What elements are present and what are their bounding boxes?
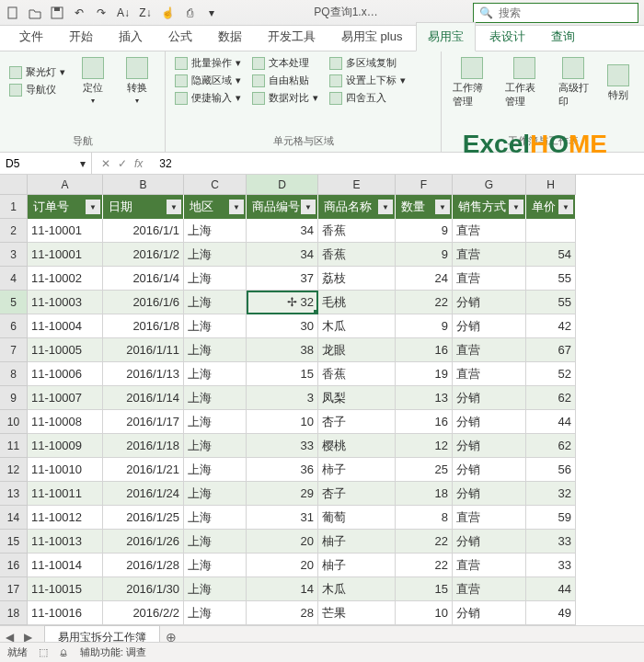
qat-dropdown-icon[interactable]: ▾ [204,6,219,20]
cell-G14[interactable]: 直营 [453,506,526,530]
cell-G8[interactable]: 直营 [453,362,526,386]
cell-F5[interactable]: 22 [396,291,453,314]
special-button[interactable]: 特别 [600,63,637,104]
cell-D16[interactable]: 20 [247,554,318,577]
tab-数据[interactable]: 数据 [206,22,254,51]
cell-H7[interactable]: 67 [526,338,576,362]
row-header-6[interactable]: 6 [0,314,28,338]
cell-B13[interactable]: 2016/1/24 [103,482,184,506]
cell-G11[interactable]: 分销 [453,434,526,458]
cell-B2[interactable]: 2016/1/1 [103,219,184,243]
navigator-button[interactable]: 导航仪 [7,82,67,97]
cell-C11[interactable]: 上海 [184,434,247,458]
cell-G9[interactable]: 分销 [453,386,526,410]
name-box-input[interactable] [6,157,80,170]
cell-D11[interactable]: 33 [247,434,318,458]
cell-D14[interactable]: 31 [247,506,318,530]
cell-E8[interactable]: 香蕉 [318,362,396,386]
cell-G3[interactable]: 直营 [453,243,526,267]
cell-C12[interactable]: 上海 [184,458,247,482]
cell-H14[interactable]: 59 [526,506,576,530]
cell-C18[interactable]: 上海 [184,601,247,625]
cell-C9[interactable]: 上海 [184,386,247,410]
row-header-13[interactable]: 13 [0,482,28,506]
spotlight-button[interactable]: 聚光灯 ▾ [7,64,67,80]
cell-F8[interactable]: 19 [396,362,453,386]
cell-B10[interactable]: 2016/1/17 [103,410,184,434]
cell-B8[interactable]: 2016/1/13 [103,362,184,386]
print-icon[interactable]: ⎙ [182,6,197,20]
filter-dropdown-icon[interactable]: ▼ [509,200,523,214]
cell-F10[interactable]: 16 [396,410,453,434]
col-header-B[interactable]: B [103,175,184,195]
cell-E16[interactable]: 柚子 [318,554,396,577]
hide-region-button[interactable]: 隐藏区域 ▾ [173,73,243,88]
cell-H16[interactable]: 33 [526,554,576,577]
cell-F14[interactable]: 8 [396,506,453,530]
cell-E7[interactable]: 龙眼 [318,338,396,362]
cell-G12[interactable]: 分销 [453,458,526,482]
row-header-9[interactable]: 9 [0,386,28,410]
row-header-4[interactable]: 4 [0,267,28,291]
table-header-2[interactable]: 地区▼ [184,195,247,219]
cell-H10[interactable]: 44 [526,410,576,434]
cell-D4[interactable]: 37 [247,267,318,291]
cell-C10[interactable]: 上海 [184,410,247,434]
cell-D6[interactable]: 30 [247,314,318,338]
row-header-14[interactable]: 14 [0,506,28,530]
cell-E4[interactable]: 荔枝 [318,267,396,291]
text-proc-button[interactable]: 文本处理 [250,55,320,71]
cell-F9[interactable]: 13 [396,386,453,410]
row-header-12[interactable]: 12 [0,458,28,482]
row-header-3[interactable]: 3 [0,243,28,267]
filter-dropdown-icon[interactable]: ▼ [229,200,244,214]
row-header-15[interactable]: 15 [0,530,28,554]
cell-C2[interactable]: 上海 [184,219,247,243]
cell-E13[interactable]: 杏子 [318,482,396,506]
cell-H9[interactable]: 62 [526,386,576,410]
cell-C7[interactable]: 上海 [184,338,247,362]
cell-A3[interactable]: 11-10001 [28,243,103,267]
quick-input-button[interactable]: 便捷输入 ▾ [173,90,243,106]
cell-A11[interactable]: 11-10009 [28,434,103,458]
col-header-D[interactable]: D [247,175,318,195]
table-header-0[interactable]: 订单号▼ [28,195,103,219]
cell-G4[interactable]: 直营 [453,267,526,291]
undo-icon[interactable]: ↶ [72,6,86,20]
cell-A15[interactable]: 11-10013 [28,530,103,554]
free-paste-button[interactable]: 自由粘贴 [250,73,320,88]
cell-A7[interactable]: 11-10005 [28,338,103,362]
row-header-2[interactable]: 2 [0,219,28,243]
cell-H2[interactable] [526,219,576,243]
multi-region-copy-button[interactable]: 多区域复制 [328,55,408,71]
cell-F15[interactable]: 22 [396,530,453,554]
open-file-icon[interactable] [28,6,42,20]
cell-H4[interactable]: 55 [526,267,576,291]
row-header-11[interactable]: 11 [0,434,28,458]
cell-C14[interactable]: 上海 [184,506,247,530]
tab-易用宝[interactable]: 易用宝 [416,22,476,51]
cell-D7[interactable]: 38 [247,338,318,362]
cell-D2[interactable]: 34 [247,219,318,243]
cell-F11[interactable]: 12 [396,434,453,458]
name-box[interactable]: ▾ [0,153,92,174]
cell-H12[interactable]: 56 [526,458,576,482]
cell-B11[interactable]: 2016/1/18 [103,434,184,458]
cell-G5[interactable]: 分销 [453,291,526,314]
filter-dropdown-icon[interactable]: ▼ [301,200,316,214]
cell-H5[interactable]: 55 [526,291,576,314]
cell-F4[interactable]: 24 [396,267,453,291]
save-icon[interactable] [50,6,64,20]
data-compare-button[interactable]: 数据对比 ▾ [250,90,320,106]
tab-易用宝 plus[interactable]: 易用宝 plus [329,22,414,51]
cell-E2[interactable]: 香蕉 [318,219,396,243]
row-header-7[interactable]: 7 [0,338,28,362]
new-file-icon[interactable] [6,6,20,20]
table-header-4[interactable]: 商品名称▼ [318,195,396,219]
row-header-8[interactable]: 8 [0,362,28,386]
cell-A16[interactable]: 11-10014 [28,554,103,577]
cell-H11[interactable]: 62 [526,434,576,458]
cell-D10[interactable]: 10 [247,410,318,434]
cell-H6[interactable]: 42 [526,314,576,338]
cell-D9[interactable]: 3 [247,386,318,410]
